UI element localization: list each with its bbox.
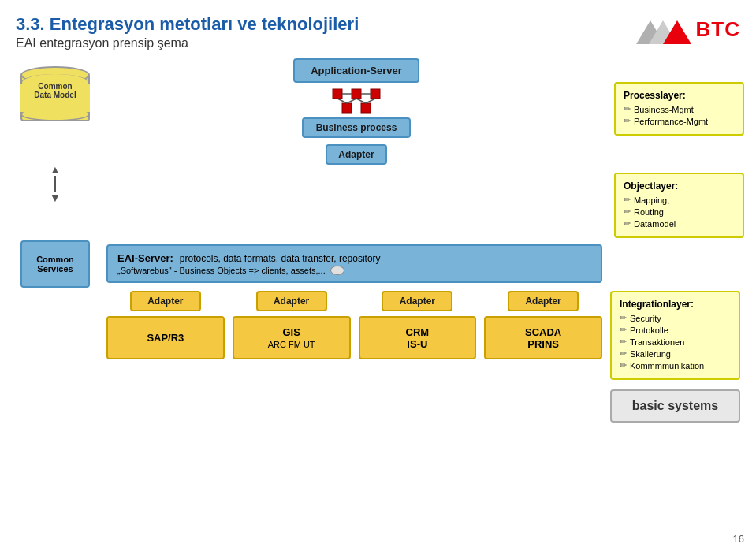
pen-icon-5: ✏	[624, 218, 631, 229]
svg-rect-4	[352, 89, 361, 99]
pen-icon-4: ✏	[624, 207, 631, 217]
processlayer-item-2: ✏ Performance-Mgmt	[624, 116, 735, 126]
system-block-2: GIS ARC FM UT	[233, 316, 351, 359]
svg-rect-5	[371, 89, 380, 99]
arrow-up-icon: ▲	[50, 163, 61, 176]
svg-rect-3	[333, 89, 342, 99]
basic-systems-box: basic systems	[610, 389, 740, 423]
integration-item-1: ✏ Security	[620, 313, 731, 323]
adapter-col-4: Adapter	[484, 291, 602, 313]
common-services-area: Common Services	[12, 240, 99, 288]
system-block-3: CRM IS-U	[359, 316, 477, 359]
app-server-box: Application-Server	[293, 58, 419, 83]
btc-logo-text: BTC	[696, 17, 740, 42]
eai-band-row1: EAI-Server: protocols, data formats, dat…	[117, 252, 591, 264]
pen-icon-8: ✏	[620, 337, 627, 347]
pen-icon-6: ✏	[620, 313, 627, 323]
right-panel: Integrationlayer: ✏ Security ✏ Protokoll…	[610, 291, 744, 423]
objectlayer-item-2: ✏ Routing	[624, 207, 735, 217]
network-topology-icon	[325, 87, 388, 116]
svg-rect-7	[361, 103, 371, 113]
pen-icon-7: ✏	[620, 325, 627, 335]
common-data-model-area: CommonData Model	[12, 58, 99, 125]
gis-label: GIS	[282, 326, 300, 338]
scada-label: SCADA PRINS	[525, 326, 561, 350]
objectlayer-box: Objectlayer: ✏ Mapping, ✏ Routing ✏ Data…	[614, 173, 744, 238]
sap-label: SAP/R3	[147, 332, 184, 344]
adapter-box-4: Adapter	[508, 291, 579, 311]
common-services-box: Common Services	[20, 240, 90, 288]
pen-icon-10: ✏	[620, 360, 627, 370]
svg-line-13	[366, 99, 375, 103]
objectlayer-row: ▲ ▼ Objectlayer: ✏ Mapping, ✏ Routing ✏ …	[12, 166, 744, 238]
adapter-col-2: Adapter	[233, 291, 351, 313]
system-boxes-row: SAP/R3 GIS ARC FM UT CRM IS-U SC	[106, 316, 602, 359]
pen-icon-1: ✏	[624, 104, 631, 114]
systems-area: Adapter Adapter Adapter Adapter	[106, 291, 602, 359]
objectlayer-item-3: ✏ Datamodel	[624, 218, 735, 229]
header-title-block: 3.3. Entegrasyon metotları ve teknolojil…	[16, 14, 359, 50]
btc-logo: BTC	[636, 14, 740, 44]
integration-item-5: ✏ Kommmmunikation	[620, 360, 731, 370]
business-process-box: Business process	[302, 117, 412, 138]
objectlayer-item-1: ✏ Mapping,	[624, 195, 735, 205]
system-block-4: SCADA PRINS	[484, 316, 602, 359]
page-number: 16	[733, 533, 744, 545]
adapter-row: Adapter Adapter Adapter Adapter	[106, 291, 602, 313]
scada-box: SCADA PRINS	[484, 316, 602, 359]
right-panel-spacer	[610, 240, 744, 288]
adapter-box-top: Adapter	[326, 144, 386, 165]
gis-box: GIS ARC FM UT	[233, 316, 351, 359]
objectlayer-left-spacer: ▲ ▼	[12, 166, 99, 238]
integrationlayer-title: Integrationlayer:	[620, 299, 731, 310]
objectlayer-title: Objectlayer:	[624, 181, 735, 192]
page-title: 3.3. Entegrasyon metotları ve teknolojil…	[16, 14, 359, 35]
logo-graphic	[636, 14, 691, 44]
crm-box: CRM IS-U	[359, 316, 477, 359]
svg-line-12	[356, 99, 366, 103]
page-header: 3.3. Entegrasyon metotları ve teknolojil…	[0, 0, 756, 58]
processlayer-title: Processlayer:	[624, 90, 735, 101]
sap-box: SAP/R3	[106, 316, 225, 359]
adapter-col-3: Adapter	[359, 291, 477, 313]
integration-item-2: ✏ Protokolle	[620, 325, 731, 335]
pen-icon-3: ✏	[624, 195, 631, 205]
adapter-box-3: Adapter	[382, 291, 452, 311]
crm-label: CRM IS-U	[406, 326, 430, 350]
eai-band: EAI-Server: protocols, data formats, dat…	[106, 244, 602, 283]
integrationlayer-box: Integrationlayer: ✏ Security ✏ Protokoll…	[610, 291, 740, 380]
page-subtitle: EAI entegrasyon prensip şema	[16, 36, 359, 50]
processlayer-item-1: ✏ Business-Mgmt	[624, 104, 735, 114]
adapter-box-1: Adapter	[130, 291, 201, 311]
diagram-area: CommonData Model Application-Server	[0, 58, 756, 423]
pen-icon-2: ✏	[624, 116, 631, 126]
common-data-model-label: CommonData Model	[20, 82, 90, 99]
eai-band-center: EAI-Server: protocols, data formats, dat…	[106, 240, 602, 288]
bottom-row: Adapter Adapter Adapter Adapter	[12, 291, 744, 423]
app-server-section: Application-Server Business process	[106, 58, 606, 165]
eai-row: Common Services EAI-Server: protocols, d…	[12, 240, 744, 288]
system-block-1: SAP/R3	[106, 316, 225, 359]
svg-line-10	[337, 99, 347, 103]
eai-main-spacer	[106, 166, 606, 238]
svg-line-11	[347, 99, 356, 103]
arrow-down-icon: ▼	[50, 192, 61, 204]
gis-sub: ARC FM UT	[268, 340, 315, 349]
top-row: CommonData Model Application-Server	[12, 58, 744, 165]
logo-triangles	[636, 14, 691, 44]
processlayer-box: Processlayer: ✏ Business-Mgmt ✏ Performa…	[614, 82, 744, 136]
eai-band-row2: „Softwarebus" - Business Objects => clie…	[117, 266, 591, 275]
integration-item-3: ✏ Transaktionen	[620, 337, 731, 347]
svg-rect-6	[342, 103, 352, 113]
adapter-box-2: Adapter	[256, 291, 327, 311]
integration-item-4: ✏ Skalierung	[620, 348, 731, 359]
pen-icon-9: ✏	[620, 348, 627, 359]
adapter-col-1: Adapter	[106, 291, 225, 313]
oval-indicator	[330, 266, 344, 275]
